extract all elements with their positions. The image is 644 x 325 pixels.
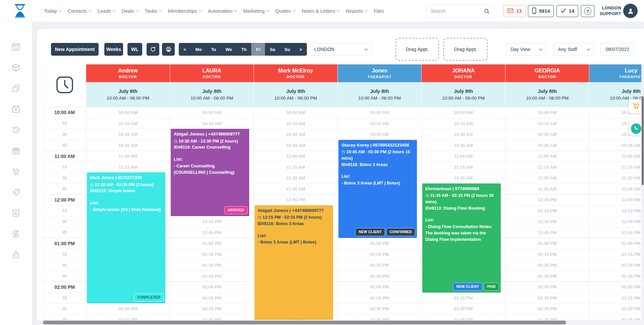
nav-item-leads[interactable]: Leads xyxy=(98,8,115,14)
nav-item-notes-letters[interactable]: Notes & Letters xyxy=(302,8,339,14)
time-slot[interactable]: 01:15 PM xyxy=(589,249,644,260)
time-slot[interactable]: 10:15 AM xyxy=(254,118,337,129)
time-slot[interactable]: 12:15 PM xyxy=(505,205,589,216)
time-slot[interactable]: 10:00 AM xyxy=(422,107,505,118)
time-slot[interactable]: 11:30 AM xyxy=(505,172,589,183)
weekday-mo[interactable]: Mo xyxy=(191,43,207,56)
time-slot[interactable]: 01:00 PM xyxy=(338,238,421,249)
time-slot[interactable]: 11:00 AM xyxy=(589,151,644,162)
time-slot[interactable]: 02:15 PM xyxy=(589,292,644,304)
time-slot[interactable]: 02:30 PM xyxy=(589,303,644,314)
time-slot[interactable]: 11:45 AM xyxy=(589,183,644,195)
time-slot[interactable]: 10:15 AM xyxy=(170,118,254,129)
time-slot[interactable]: 12:00 PM xyxy=(589,194,644,205)
nav-item-files[interactable]: Files xyxy=(374,8,384,14)
print-icon[interactable] xyxy=(162,43,175,56)
nav-item-tasks[interactable]: Tasks xyxy=(145,8,162,14)
staff-select[interactable]: Any Staff xyxy=(554,43,594,56)
time-slot[interactable]: 02:30 PM xyxy=(338,303,421,314)
time-slot[interactable]: 01:45 PM xyxy=(589,271,644,282)
search-icon[interactable] xyxy=(480,5,494,17)
time-slot[interactable]: 01:00 PM xyxy=(505,238,589,249)
date-picker-button[interactable]: 08/07/2022 xyxy=(600,43,635,56)
appointment-card[interactable]: Abigail Joness | +447490009777◷10:30 AM … xyxy=(171,129,249,216)
time-slot[interactable]: 10:45 AM xyxy=(505,140,589,151)
sidebar-package-icon[interactable] xyxy=(0,58,32,78)
weeks-button[interactable]: Weeks xyxy=(104,43,123,56)
time-slot[interactable]: 11:00 AM xyxy=(505,151,589,162)
location-select[interactable]: LONDON xyxy=(310,43,372,56)
sidebar-gift-icon[interactable] xyxy=(0,141,32,162)
sidebar-cart-icon[interactable] xyxy=(0,162,32,182)
time-slot[interactable]: 01:30 PM xyxy=(589,260,644,271)
time-slot[interactable]: 11:15 AM xyxy=(589,162,644,173)
time-slot[interactable]: 11:00 AM xyxy=(86,151,170,162)
time-slot[interactable]: 10:00 AM xyxy=(86,107,170,118)
time-slot[interactable]: 11:00 AM xyxy=(254,151,337,162)
time-slot[interactable]: 12:30 PM xyxy=(505,216,589,227)
time-slot[interactable]: 11:15 AM xyxy=(254,162,337,173)
time-slot[interactable]: 11:30 AM xyxy=(422,172,505,183)
time-slot[interactable]: 02:30 PM xyxy=(170,303,254,314)
time-slot[interactable]: 01:30 PM xyxy=(170,260,254,271)
time-slot[interactable]: 12:45 PM xyxy=(589,227,644,238)
time-slot[interactable]: 11:15 AM xyxy=(86,162,170,173)
nav-item-deals[interactable]: Deals xyxy=(121,8,138,14)
time-slot[interactable]: 11:15 AM xyxy=(505,162,589,173)
time-slot[interactable]: 02:15 PM xyxy=(170,292,254,304)
nav-item-marketing[interactable]: Marketing xyxy=(243,8,269,14)
time-slot[interactable]: 11:30 AM xyxy=(254,172,337,183)
time-slot[interactable]: 11:45 AM xyxy=(505,183,589,195)
time-slot[interactable]: 01:45 PM xyxy=(338,271,421,282)
view-select[interactable]: Day View xyxy=(506,43,546,56)
nav-item-reports[interactable]: Reports xyxy=(346,8,367,14)
phone-badge[interactable]: 5914 xyxy=(528,5,554,17)
time-slot[interactable]: 12:00 PM xyxy=(505,194,589,205)
time-slot[interactable]: 10:15 AM xyxy=(86,118,170,129)
time-slot[interactable]: 02:30 PM xyxy=(505,303,589,314)
prev-day-button[interactable]: < xyxy=(179,43,191,56)
appointment-card[interactable]: Stacey Korey | 067895432123456◷10:45 AM … xyxy=(338,140,417,238)
time-slot[interactable]: 02:00 PM xyxy=(589,281,644,292)
app-logo[interactable] xyxy=(12,3,28,19)
time-slot[interactable]: 10:45 AM xyxy=(589,140,644,151)
time-slot[interactable]: 10:45 AM xyxy=(254,140,337,151)
sidebar-report-chart-icon[interactable] xyxy=(0,203,32,224)
nav-item-quotes[interactable]: Quotes xyxy=(275,8,296,14)
time-slot[interactable]: 01:00 PM xyxy=(170,238,254,249)
time-slot[interactable]: 02:00 PM xyxy=(170,281,254,292)
time-slot[interactable]: 11:30 AM xyxy=(589,172,644,183)
time-slot[interactable]: 10:15 AM xyxy=(422,118,505,129)
time-slot[interactable]: 12:45 PM xyxy=(505,227,589,238)
time-slot[interactable]: 10:00 AM xyxy=(170,107,254,118)
time-slot[interactable]: 12:30 PM xyxy=(589,216,644,227)
help-button[interactable]: ? xyxy=(581,5,594,17)
time-slot[interactable]: 01:45 PM xyxy=(505,271,589,282)
time-slot[interactable]: 10:30 AM xyxy=(505,129,589,140)
time-slot[interactable]: 01:45 PM xyxy=(170,271,254,282)
time-slot[interactable]: 01:00 PM xyxy=(589,238,644,249)
weekday-su[interactable]: Su xyxy=(280,43,295,56)
drag-appointment-slot-1[interactable]: Drag Appt. xyxy=(395,38,439,61)
time-slot[interactable]: 12:30 PM xyxy=(170,216,254,227)
time-slot[interactable]: 02:15 PM xyxy=(422,292,505,304)
sidebar-calendar-icon[interactable]: 12 xyxy=(0,37,32,58)
nav-item-today[interactable]: Today xyxy=(44,8,61,14)
time-slot[interactable]: 10:30 AM xyxy=(254,129,337,140)
weekday-tu[interactable]: Tu xyxy=(206,43,221,56)
time-slot[interactable]: 01:15 PM xyxy=(338,249,421,260)
time-slot[interactable]: 10:00 AM xyxy=(254,107,337,118)
sidebar-calendar-sync-icon[interactable] xyxy=(0,99,32,120)
nav-item-contacts[interactable]: Contacts xyxy=(68,8,91,14)
horizontal-scrollbar-thumb[interactable] xyxy=(43,321,566,324)
appointment-card[interactable]: Mark Jones | 6373377336◷11:30 AM - 02:30… xyxy=(87,172,165,303)
drag-appointment-slot-2[interactable]: Drag Appt. xyxy=(443,38,488,61)
sidebar-history-icon[interactable] xyxy=(0,120,32,141)
search-input[interactable] xyxy=(427,8,480,14)
time-slot[interactable]: 11:00 AM xyxy=(422,151,505,162)
time-slot[interactable]: 02:15 PM xyxy=(338,292,421,304)
time-slot[interactable]: 12:00 PM xyxy=(254,194,337,205)
time-slot[interactable]: 10:30 AM xyxy=(422,129,505,140)
time-slot[interactable]: 10:45 AM xyxy=(422,140,505,151)
time-slot[interactable]: 01:30 PM xyxy=(505,260,589,271)
